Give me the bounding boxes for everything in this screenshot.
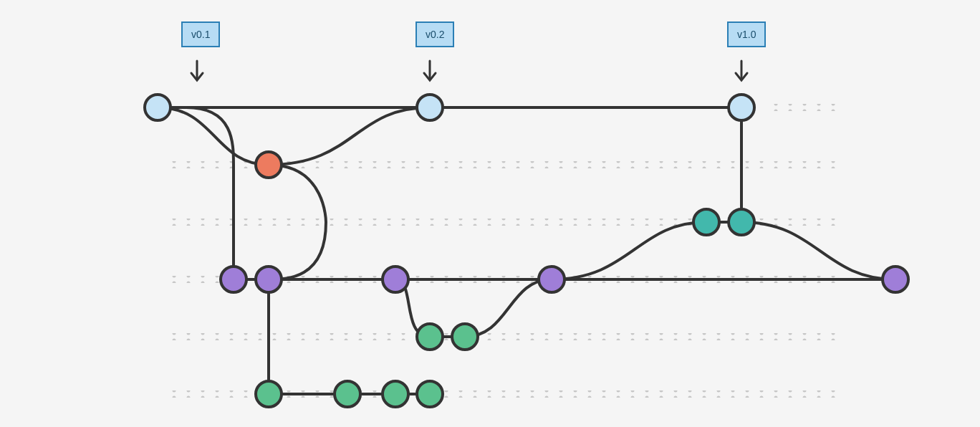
version-tag: v0.1 bbox=[181, 21, 220, 47]
version-tag: v1.0 bbox=[727, 21, 766, 47]
svg-rect-1 bbox=[767, 104, 845, 111]
commit-node bbox=[221, 267, 246, 292]
commit-node bbox=[383, 267, 408, 292]
commit-node bbox=[693, 209, 719, 235]
version-tag: v0.2 bbox=[415, 21, 454, 47]
arrow-down-icon bbox=[191, 61, 203, 80]
graph-edges bbox=[158, 107, 895, 394]
commit-node bbox=[256, 381, 282, 407]
commit-node bbox=[729, 209, 754, 235]
arrow-down-icon bbox=[424, 61, 436, 80]
commit-node bbox=[417, 95, 443, 120]
tag-arrows bbox=[191, 61, 747, 80]
git-graph-canvas bbox=[0, 0, 980, 427]
commit-node bbox=[145, 95, 170, 120]
commit-node bbox=[383, 381, 408, 407]
commit-node bbox=[729, 95, 754, 120]
commit-nodes bbox=[145, 95, 908, 407]
row-guides bbox=[165, 104, 845, 398]
tag-label: v0.2 bbox=[426, 29, 444, 40]
commit-node bbox=[256, 267, 282, 292]
commit-node bbox=[883, 267, 908, 292]
arrow-down-icon bbox=[736, 61, 747, 80]
tag-label: v1.0 bbox=[737, 29, 756, 40]
commit-node bbox=[539, 267, 565, 292]
commit-node bbox=[335, 381, 360, 407]
svg-rect-5 bbox=[165, 333, 838, 340]
commit-node bbox=[256, 152, 282, 178]
commit-node bbox=[417, 381, 443, 407]
commit-node bbox=[417, 324, 443, 350]
commit-node bbox=[452, 324, 478, 350]
tag-label: v0.1 bbox=[191, 29, 210, 40]
